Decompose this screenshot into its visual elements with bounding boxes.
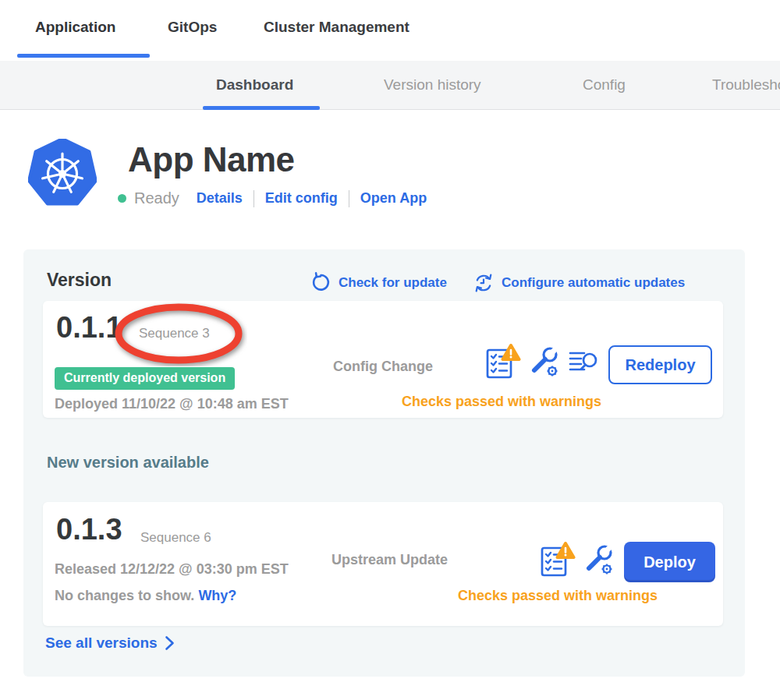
auto-update-icon — [473, 272, 495, 294]
released-timestamp: Released 12/12/22 @ 03:30 pm EST — [55, 561, 289, 578]
view-diff-icon[interactable] — [568, 346, 601, 377]
configure-automatic-updates-button[interactable]: Configure automatic updates — [473, 272, 685, 294]
configure-automatic-updates-label: Configure automatic updates — [502, 275, 685, 291]
tab-cluster-management[interactable]: Cluster Management — [264, 19, 410, 36]
page-title: App Name — [128, 140, 295, 179]
see-all-versions-label: See all versions — [45, 635, 158, 652]
current-version-card: 0.1.1 Sequence 3 Currently deployed vers… — [43, 301, 723, 418]
preflight-checklist-warning-icon[interactable] — [540, 541, 576, 578]
active-tab-indicator — [17, 54, 150, 58]
divider — [349, 190, 349, 207]
no-changes-text: No changes to show. Why? — [55, 588, 236, 604]
active-subtab-indicator — [203, 106, 320, 110]
preflight-status-text: Checks passed with warnings — [346, 394, 658, 410]
config-wrench-icon[interactable] — [529, 345, 560, 379]
available-version-sequence: Sequence 6 — [140, 530, 211, 546]
tab-application[interactable]: Application — [35, 19, 115, 36]
status-ready-dot-icon — [118, 194, 126, 203]
version-source-label: Upstream Update — [332, 552, 448, 568]
current-version-sequence: Sequence 3 — [139, 326, 210, 341]
why-link[interactable]: Why? — [198, 588, 236, 603]
sub-nav: Dashboard Version history Config Trouble… — [0, 61, 780, 110]
top-nav: Application GitOps Cluster Management — [0, 0, 780, 61]
new-version-available-heading: New version available — [47, 454, 209, 472]
config-wrench-icon[interactable] — [583, 543, 615, 577]
divider — [254, 190, 254, 207]
redeploy-button[interactable]: Redeploy — [608, 345, 712, 384]
available-version-card: 0.1.3 Sequence 6 Released 12/12/22 @ 03:… — [43, 502, 723, 626]
version-panel: Version Check for update Confi — [23, 249, 745, 677]
no-changes-label: No changes to show. — [55, 588, 194, 603]
current-version-number: 0.1.1 — [56, 311, 122, 345]
tab-dashboard[interactable]: Dashboard — [216, 76, 293, 94]
tab-gitops[interactable]: GitOps — [168, 19, 217, 36]
warning-triangle-icon — [558, 543, 574, 557]
deployed-timestamp: Deployed 11/10/22 @ 10:48 am EST — [55, 396, 289, 412]
status-label: Ready — [134, 189, 179, 207]
current-version-actions — [485, 343, 601, 380]
details-link[interactable]: Details — [197, 190, 243, 207]
see-all-versions-link[interactable]: See all versions — [45, 635, 175, 652]
available-version-actions — [540, 541, 615, 578]
preflight-checklist-warning-icon[interactable] — [485, 343, 521, 380]
edit-config-link[interactable]: Edit config — [265, 190, 338, 207]
version-heading: Version — [47, 270, 112, 291]
refresh-icon — [310, 272, 332, 293]
open-app-link[interactable]: Open App — [360, 190, 427, 207]
deploy-button[interactable]: Deploy — [624, 542, 715, 582]
tab-troubleshoot[interactable]: Troubleshoot — [712, 76, 780, 94]
preflight-status-text: Checks passed with warnings — [402, 588, 714, 604]
tab-version-history[interactable]: Version history — [384, 76, 481, 94]
version-source-label: Config Change — [333, 359, 433, 375]
warning-triangle-icon — [503, 345, 519, 359]
check-for-update-button[interactable]: Check for update — [310, 272, 447, 293]
tab-config[interactable]: Config — [583, 76, 626, 94]
check-for-update-label: Check for update — [339, 275, 447, 291]
chevron-right-icon — [165, 635, 175, 651]
app-status-row: Ready Details Edit config Open App — [118, 189, 427, 207]
available-version-number: 0.1.3 — [56, 513, 122, 546]
kubernetes-logo-icon — [28, 139, 97, 207]
currently-deployed-badge: Currently deployed version — [55, 367, 235, 390]
